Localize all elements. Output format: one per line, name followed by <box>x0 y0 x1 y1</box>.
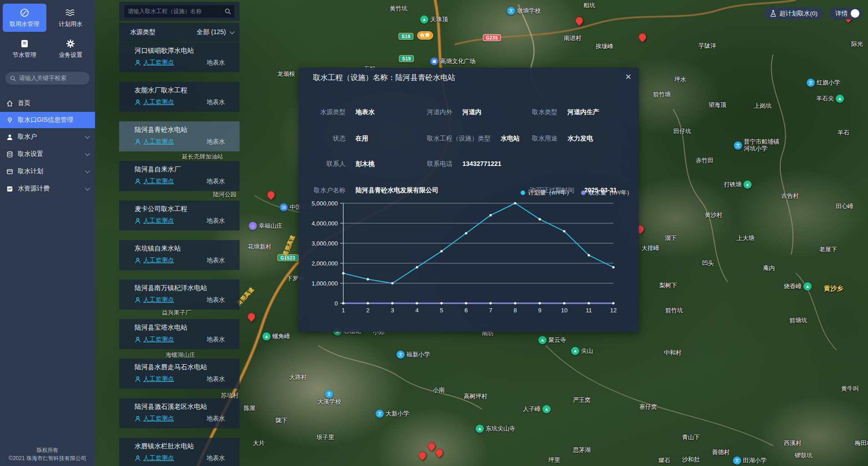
station-list-item[interactable]: 陆河县激石溪老区水电站人工监测点地表水 <box>119 398 240 428</box>
monitor-point-link[interactable]: 人工监测点 <box>143 217 174 225</box>
map-label-text: 高塘文化广场 <box>440 58 476 65</box>
over-plan-intake-label: 超计划取水(0) <box>779 10 818 18</box>
school-map-icon[interactable]: 文 <box>807 79 815 87</box>
map-label-text: 坝子里 <box>316 434 334 441</box>
sidebar-item-1[interactable]: 取水口GIS信息管理 <box>0 112 95 128</box>
mount-map-icon[interactable]: ▲ <box>476 425 484 433</box>
app-tile-2[interactable]: 节水管理 <box>3 35 46 63</box>
source-type-filter-value[interactable]: 全部 (125) <box>196 28 233 36</box>
map-marker-pin[interactable] <box>419 451 426 458</box>
station-name: 陆河县水唇走马石水电站 <box>135 363 233 371</box>
school-map-icon[interactable]: 文 <box>733 456 741 465</box>
sidebar-item-label: 取水口GIS信息管理 <box>18 116 73 124</box>
station-list-item[interactable]: 陆河县水唇走马石水电站人工监测点地表水 <box>119 359 240 389</box>
map-label-text: 沙和肚 <box>682 456 700 463</box>
monitor-point-link[interactable]: 人工监测点 <box>143 138 174 146</box>
map-label: 陈屋 <box>244 405 256 412</box>
mount-map-icon[interactable]: ▲ <box>420 15 428 24</box>
station-list-item[interactable]: 陆河县南万镇杞洋水电站人工监测点地表水 <box>119 280 240 310</box>
plaza-map-icon[interactable]: ▣ <box>430 57 438 65</box>
person-icon <box>135 376 141 382</box>
map-marker-pin[interactable] <box>576 17 582 24</box>
mount-map-icon[interactable]: ▲ <box>803 282 812 291</box>
station-list-item[interactable]: 水唇镇水栏肚水电站人工监测点地表水 <box>119 438 240 466</box>
school-map-icon[interactable]: 文 <box>507 7 515 15</box>
station-list-item[interactable]: 河口镇唱歌潭水电站人工监测点地表水 <box>119 42 240 72</box>
school-map-icon[interactable]: 文 <box>376 410 384 418</box>
mount-map-icon[interactable]: ▲ <box>538 336 547 344</box>
field-value: 13432771221 <box>462 160 502 167</box>
map-marker-pin[interactable] <box>267 191 274 198</box>
station-list-item[interactable]: 陆河县青砼水电站人工监测点地表水 <box>119 121 240 151</box>
app-tile-1[interactable]: 计划用水 <box>49 4 93 32</box>
map-label: 坪水 <box>674 76 686 83</box>
map-label: 庵内 <box>763 265 775 272</box>
app-tile-0[interactable]: 取用水管理 <box>3 4 46 32</box>
resort-map-icon[interactable]: ⌂ <box>249 222 257 230</box>
fuel-map-icon[interactable]: 油 <box>280 203 288 211</box>
monitor-point-link[interactable]: 人工监测点 <box>143 296 174 304</box>
map-label: 黄牛叫 <box>841 386 859 392</box>
station-name: 陆河县自来水厂 <box>135 165 233 174</box>
close-icon[interactable] <box>625 71 632 81</box>
map-marker-pin[interactable] <box>248 313 255 320</box>
map-label: 文大溪学校 <box>317 390 341 406</box>
station-list-item[interactable]: 陆河县宝塔水电站人工监测点地表水 <box>119 319 240 349</box>
map-label-text: 梅田村 <box>855 440 868 447</box>
detail-toggle-pill[interactable]: 详情 <box>829 7 863 20</box>
mount-map-icon[interactable]: ▲ <box>836 95 844 103</box>
monitor-point-link[interactable]: 人工监测点 <box>143 375 174 383</box>
station-list-item[interactable]: 麦卡公司取水工程人工监测点地表水 <box>119 200 240 230</box>
water-source-type: 地表水 <box>207 454 234 462</box>
monitor-point-link[interactable]: 人工监测点 <box>143 415 174 423</box>
sidebar-search-input[interactable]: 请输入关键字检索 <box>5 72 90 85</box>
monitor-point-link[interactable]: 人工监测点 <box>143 98 174 106</box>
sidebar-item-2[interactable]: 取水户 <box>0 128 95 145</box>
map-label-text: 庵内 <box>763 265 775 272</box>
monitor-point-link[interactable]: 人工监测点 <box>143 177 174 185</box>
monitor-point-link[interactable]: 人工监测点 <box>143 454 174 462</box>
mount-map-icon[interactable]: ▲ <box>262 332 271 341</box>
detail-toggle-switch[interactable] <box>851 9 859 18</box>
monitor-point-link[interactable]: 人工监测点 <box>143 256 174 265</box>
station-list-item[interactable]: 东坑镇自来水站人工监测点地表水 <box>119 240 240 270</box>
sidebar-item-4[interactable]: 取水计划 <box>0 163 95 180</box>
search-icon[interactable] <box>225 8 231 15</box>
map-label: 田心嶂 <box>836 203 853 210</box>
map-marker-pin[interactable] <box>639 33 646 40</box>
map-marker-pin[interactable] <box>436 449 442 456</box>
station-list-item[interactable]: 友能水厂取水工程人工监测点地表水 <box>119 82 240 112</box>
mount-map-icon[interactable]: ▲ <box>743 180 752 189</box>
svg-text:1: 1 <box>341 307 345 314</box>
chevron-down-icon <box>85 134 90 139</box>
person-icon <box>135 257 141 264</box>
school-map-icon[interactable]: 文 <box>396 351 405 359</box>
map-label-text: 龙颈根 <box>277 71 295 78</box>
map-label: 思茅湖 <box>573 447 591 454</box>
school-map-icon[interactable]: 文 <box>325 390 333 398</box>
field-label: 取水用途 <box>532 135 557 143</box>
field-label: 水源类型 <box>320 108 346 116</box>
station-name: 友能水厂取水工程 <box>135 86 233 95</box>
school-map-icon[interactable]: 文 <box>734 141 742 150</box>
map-marker-pin[interactable] <box>428 442 435 449</box>
database-icon <box>6 151 13 158</box>
person-icon <box>135 99 141 105</box>
over-plan-intake-button[interactable]: 超计划取水(0) <box>764 7 823 20</box>
map-label-text: 红旗小学 <box>817 80 840 86</box>
monitor-point-link[interactable]: 人工监测点 <box>143 336 174 344</box>
field-value: 水电站 <box>501 135 520 143</box>
mount-map-icon[interactable]: ▲ <box>571 347 579 355</box>
sidebar-item-3[interactable]: 取水设置 <box>0 145 95 163</box>
monitor-point-link[interactable]: 人工监测点 <box>143 59 174 67</box>
map-label: 西溪村 <box>784 440 802 447</box>
mount-map-icon[interactable]: ▲ <box>542 405 551 413</box>
sidebar-item-5[interactable]: 水资源计费 <box>0 180 95 197</box>
app-tile-3[interactable]: 业务设置 <box>49 35 93 63</box>
person-icon <box>135 336 141 343</box>
map-label-text: 善德村 <box>712 449 730 456</box>
map-label-text: 锣鼓坑 <box>795 452 813 459</box>
station-list-item[interactable]: 陆河县自来水厂人工监测点地表水 <box>119 161 240 191</box>
station-search-input[interactable]: 请输入取水工程（设施）名称 <box>124 5 235 18</box>
sidebar-item-0[interactable]: 首页 <box>0 95 95 112</box>
